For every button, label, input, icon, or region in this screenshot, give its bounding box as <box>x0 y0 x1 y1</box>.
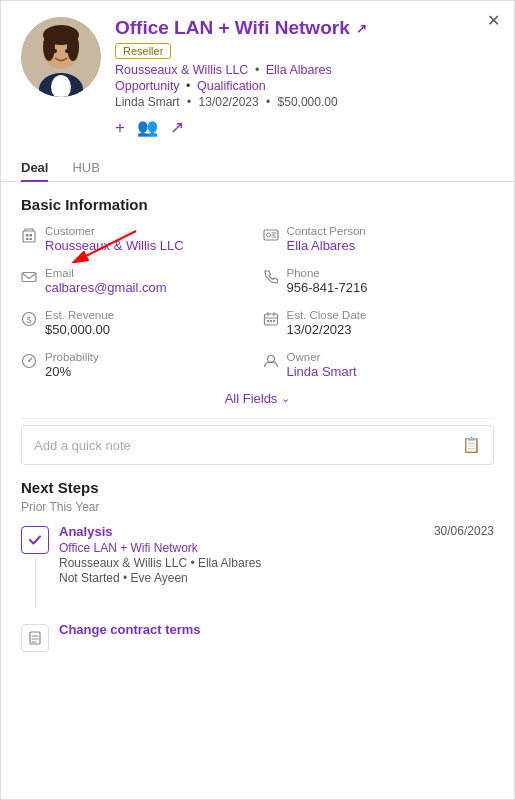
deal-date: 13/02/2023 <box>199 95 259 109</box>
owner-label: Owner <box>287 351 357 363</box>
svg-rect-12 <box>30 234 33 237</box>
activity-date-0: 30/06/2023 <box>434 524 494 538</box>
phone-value: 956-841-7216 <box>287 280 368 295</box>
activity-content-0: Analysis 30/06/2023 Office LAN + Wifi Ne… <box>59 524 494 585</box>
svg-point-8 <box>65 49 69 53</box>
svg-point-7 <box>53 49 57 53</box>
chevron-down-icon: ⌄ <box>281 392 290 405</box>
main-panel: ✕ <box>0 0 515 800</box>
person-link[interactable]: Ella Albares <box>266 63 332 77</box>
avatar <box>21 17 101 97</box>
note-icon: 📋 <box>462 436 481 454</box>
field-owner: Owner Linda Smart <box>263 351 495 379</box>
external-link-icon[interactable]: ↗ <box>356 21 367 36</box>
contact-value[interactable]: Ella Albares <box>287 238 366 253</box>
close-button[interactable]: ✕ <box>487 11 500 30</box>
svg-rect-13 <box>26 238 29 240</box>
opp-stage-line: Opportunity • Qualification <box>115 79 494 93</box>
field-email: Email calbares@gmail.com <box>21 267 253 295</box>
activity-icon-wrap-0 <box>21 526 49 608</box>
svg-text:$: $ <box>27 315 32 325</box>
company-person-line: Rousseaux & Willis LLC • Ella Albares <box>115 63 494 77</box>
tab-hub[interactable]: HUB <box>72 152 99 181</box>
header-section: Office LAN + Wifi Network ↗ Reseller Rou… <box>1 1 514 148</box>
divider-1 <box>21 418 494 419</box>
svg-point-16 <box>266 233 270 237</box>
field-close-date: Est. Close Date 13/02/2023 <box>263 309 495 337</box>
reseller-badge: Reseller <box>115 43 171 59</box>
email-label: Email <box>45 267 167 279</box>
revenue-icon: $ <box>21 311 37 330</box>
contact-icon <box>263 227 279 246</box>
email-icon <box>21 269 37 288</box>
activity-name-1[interactable]: Change contract terms <box>59 622 201 637</box>
basic-info-title: Basic Information <box>21 196 494 213</box>
activity-check-icon-0 <box>21 526 49 554</box>
activity-subject-0[interactable]: Office LAN + Wifi Network <box>59 541 494 555</box>
next-steps-section: Next Steps Prior This Year Analysis 30/0… <box>1 479 514 676</box>
svg-rect-22 <box>270 320 272 322</box>
svg-point-25 <box>28 360 30 362</box>
svg-rect-21 <box>267 320 269 322</box>
tabs-bar: Deal HUB <box>1 152 514 182</box>
activity-doc-icon-1 <box>21 624 49 652</box>
field-phone: Phone 956-841-7216 <box>263 267 495 295</box>
next-steps-title: Next Steps <box>21 479 494 496</box>
svg-rect-17 <box>22 273 36 282</box>
customer-label: Customer <box>45 225 184 237</box>
activity-title-row-0: Analysis 30/06/2023 <box>59 524 494 539</box>
phone-icon <box>263 269 279 288</box>
stage-label: Qualification <box>197 79 266 93</box>
all-fields-label: All Fields <box>225 391 278 406</box>
field-customer: Customer Rousseaux & Willis LLC <box>21 225 253 253</box>
quick-note-placeholder: Add a quick note <box>34 438 131 453</box>
svg-rect-23 <box>273 320 275 322</box>
svg-rect-10 <box>23 231 35 242</box>
field-contact: Contact Person Ella Albares <box>263 225 495 253</box>
owner-value[interactable]: Linda Smart <box>287 364 357 379</box>
phone-label: Phone <box>287 267 368 279</box>
company-link[interactable]: Rousseaux & Willis LLC <box>115 63 248 77</box>
owner-icon <box>263 353 279 372</box>
all-fields-row[interactable]: All Fields ⌄ <box>21 379 494 412</box>
fields-grid: Customer Rousseaux & Willis LLC Contact … <box>21 225 494 379</box>
building-icon <box>21 227 37 246</box>
activity-icon-wrap-1 <box>21 624 49 652</box>
svg-point-6 <box>67 33 79 61</box>
deal-title: Office LAN + Wifi Network ↗ <box>115 17 494 39</box>
probability-label: Probability <box>45 351 99 363</box>
add-icon[interactable]: + <box>115 118 125 138</box>
title-text: Office LAN + Wifi Network <box>115 17 350 39</box>
activity-meta-0: Rousseaux & Willis LLC • Ella Albares <box>59 556 494 570</box>
email-value[interactable]: calbares@gmail.com <box>45 280 167 295</box>
period-label: Prior This Year <box>21 500 494 514</box>
activity-content-1: Change contract terms <box>59 622 494 637</box>
activity-name-0[interactable]: Analysis <box>59 524 112 539</box>
share-icon[interactable]: ↗ <box>170 117 184 138</box>
probability-value: 20% <box>45 364 99 379</box>
calendar-icon <box>263 311 279 330</box>
customer-value[interactable]: Rousseaux & Willis LLC <box>45 238 184 253</box>
meta-line: Linda Smart • 13/02/2023 • $50,000.00 <box>115 95 494 109</box>
activity-status-0: Not Started • Eve Ayeen <box>59 571 494 585</box>
quick-note-area[interactable]: Add a quick note 📋 <box>21 425 494 465</box>
action-icons-row: + 👥 ↗ <box>115 117 494 138</box>
revenue-label: Est. Revenue <box>45 309 114 321</box>
deal-amount: $50,000.00 <box>278 95 338 109</box>
svg-point-5 <box>43 33 55 61</box>
gauge-icon <box>21 353 37 372</box>
close-date-label: Est. Close Date <box>287 309 367 321</box>
team-icon[interactable]: 👥 <box>137 117 158 138</box>
header-info: Office LAN + Wifi Network ↗ Reseller Rou… <box>115 17 494 138</box>
tab-deal[interactable]: Deal <box>21 152 48 181</box>
activity-item-1: Change contract terms <box>21 622 494 652</box>
svg-rect-11 <box>26 234 29 237</box>
close-date-value: 13/02/2023 <box>287 322 367 337</box>
basic-info-section: Basic Information Customer Rousse <box>1 182 514 418</box>
contact-label: Contact Person <box>287 225 366 237</box>
activity-title-row-1: Change contract terms <box>59 622 494 637</box>
activity-line-0 <box>35 558 36 608</box>
revenue-value: $50,000.00 <box>45 322 114 337</box>
activity-item-0: Analysis 30/06/2023 Office LAN + Wifi Ne… <box>21 524 494 608</box>
opp-label: Opportunity <box>115 79 180 93</box>
